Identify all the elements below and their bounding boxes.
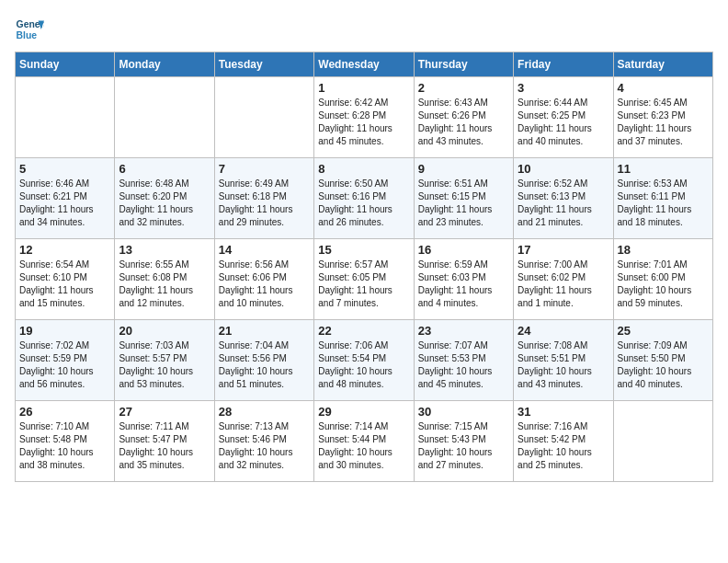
day-info: Sunrise: 6:48 AM Sunset: 6:20 PM Dayligh…: [119, 178, 210, 229]
day-cell: 1Sunrise: 6:42 AM Sunset: 6:28 PM Daylig…: [314, 77, 414, 158]
day-number: 20: [119, 324, 210, 338]
col-header-sunday: Sunday: [16, 52, 115, 77]
day-cell: 22Sunrise: 7:06 AM Sunset: 5:54 PM Dayli…: [314, 320, 414, 401]
day-cell: 30Sunrise: 7:15 AM Sunset: 5:43 PM Dayli…: [414, 401, 513, 482]
day-cell: 29Sunrise: 7:14 AM Sunset: 5:44 PM Dayli…: [314, 401, 414, 482]
day-cell: 19Sunrise: 7:02 AM Sunset: 5:59 PM Dayli…: [16, 320, 115, 401]
col-header-tuesday: Tuesday: [214, 52, 313, 77]
day-cell: 6Sunrise: 6:48 AM Sunset: 6:20 PM Daylig…: [115, 158, 214, 239]
day-cell: 17Sunrise: 7:00 AM Sunset: 6:02 PM Dayli…: [514, 239, 613, 320]
day-info: Sunrise: 6:43 AM Sunset: 6:26 PM Dayligh…: [418, 97, 509, 148]
day-number: 13: [119, 243, 210, 257]
day-cell: 2Sunrise: 6:43 AM Sunset: 6:26 PM Daylig…: [414, 77, 513, 158]
day-cell: 13Sunrise: 6:55 AM Sunset: 6:08 PM Dayli…: [115, 239, 214, 320]
day-cell: 16Sunrise: 6:59 AM Sunset: 6:03 PM Dayli…: [414, 239, 513, 320]
day-info: Sunrise: 6:59 AM Sunset: 6:03 PM Dayligh…: [418, 259, 509, 310]
day-info: Sunrise: 6:54 AM Sunset: 6:10 PM Dayligh…: [19, 259, 110, 310]
day-number: 28: [219, 405, 310, 419]
week-row-5: 26Sunrise: 7:10 AM Sunset: 5:48 PM Dayli…: [16, 401, 713, 482]
day-cell: 14Sunrise: 6:56 AM Sunset: 6:06 PM Dayli…: [214, 239, 313, 320]
day-info: Sunrise: 7:10 AM Sunset: 5:48 PM Dayligh…: [19, 420, 110, 472]
day-number: 30: [418, 405, 509, 419]
day-number: 9: [418, 162, 509, 176]
day-info: Sunrise: 6:45 AM Sunset: 6:23 PM Dayligh…: [618, 97, 709, 148]
day-number: 12: [19, 243, 110, 257]
day-cell: 18Sunrise: 7:01 AM Sunset: 6:00 PM Dayli…: [613, 239, 712, 320]
day-cell: 27Sunrise: 7:11 AM Sunset: 5:47 PM Dayli…: [115, 401, 214, 482]
day-number: 21: [219, 324, 310, 338]
day-number: 19: [19, 324, 110, 338]
day-number: 15: [318, 243, 409, 257]
day-cell: [16, 77, 115, 158]
day-info: Sunrise: 7:08 AM Sunset: 5:51 PM Dayligh…: [518, 339, 609, 391]
col-header-friday: Friday: [514, 52, 613, 77]
day-number: 26: [19, 405, 110, 419]
day-info: Sunrise: 6:42 AM Sunset: 6:28 PM Dayligh…: [318, 97, 409, 148]
day-number: 4: [618, 81, 709, 95]
day-number: 8: [318, 162, 409, 176]
day-info: Sunrise: 6:56 AM Sunset: 6:06 PM Dayligh…: [219, 259, 310, 310]
day-info: Sunrise: 7:15 AM Sunset: 5:43 PM Dayligh…: [418, 420, 509, 472]
day-cell: 26Sunrise: 7:10 AM Sunset: 5:48 PM Dayli…: [16, 401, 115, 482]
day-info: Sunrise: 7:06 AM Sunset: 5:54 PM Dayligh…: [318, 339, 409, 391]
day-number: 23: [418, 324, 509, 338]
day-cell: 8Sunrise: 6:50 AM Sunset: 6:16 PM Daylig…: [314, 158, 414, 239]
day-info: Sunrise: 6:50 AM Sunset: 6:16 PM Dayligh…: [318, 178, 409, 229]
col-header-saturday: Saturday: [613, 52, 712, 77]
day-info: Sunrise: 7:11 AM Sunset: 5:47 PM Dayligh…: [119, 420, 210, 472]
week-row-1: 1Sunrise: 6:42 AM Sunset: 6:28 PM Daylig…: [16, 77, 713, 158]
week-row-2: 5Sunrise: 6:46 AM Sunset: 6:21 PM Daylig…: [16, 158, 713, 239]
day-cell: 5Sunrise: 6:46 AM Sunset: 6:21 PM Daylig…: [16, 158, 115, 239]
day-info: Sunrise: 6:52 AM Sunset: 6:13 PM Dayligh…: [518, 178, 609, 229]
day-cell: 11Sunrise: 6:53 AM Sunset: 6:11 PM Dayli…: [613, 158, 712, 239]
day-cell: 9Sunrise: 6:51 AM Sunset: 6:15 PM Daylig…: [414, 158, 513, 239]
logo-icon: General Blue: [15, 15, 44, 44]
col-header-monday: Monday: [115, 52, 214, 77]
logo: General Blue: [15, 15, 44, 44]
day-number: 27: [119, 405, 210, 419]
day-cell: [115, 77, 214, 158]
week-row-3: 12Sunrise: 6:54 AM Sunset: 6:10 PM Dayli…: [16, 239, 713, 320]
day-info: Sunrise: 6:55 AM Sunset: 6:08 PM Dayligh…: [119, 259, 210, 310]
day-info: Sunrise: 7:16 AM Sunset: 5:42 PM Dayligh…: [518, 420, 609, 472]
day-info: Sunrise: 7:00 AM Sunset: 6:02 PM Dayligh…: [518, 259, 609, 310]
day-number: 1: [318, 81, 409, 95]
calendar-table: SundayMondayTuesdayWednesdayThursdayFrid…: [15, 52, 713, 482]
day-number: 25: [618, 324, 709, 338]
day-cell: 24Sunrise: 7:08 AM Sunset: 5:51 PM Dayli…: [514, 320, 613, 401]
day-cell: 25Sunrise: 7:09 AM Sunset: 5:50 PM Dayli…: [613, 320, 712, 401]
day-info: Sunrise: 7:03 AM Sunset: 5:57 PM Dayligh…: [119, 339, 210, 391]
day-cell: 3Sunrise: 6:44 AM Sunset: 6:25 PM Daylig…: [514, 77, 613, 158]
day-info: Sunrise: 6:44 AM Sunset: 6:25 PM Dayligh…: [518, 97, 609, 148]
day-info: Sunrise: 7:09 AM Sunset: 5:50 PM Dayligh…: [618, 339, 709, 391]
col-header-wednesday: Wednesday: [314, 52, 414, 77]
day-number: 7: [219, 162, 310, 176]
day-number: 10: [518, 162, 609, 176]
day-number: 14: [219, 243, 310, 257]
day-cell: 15Sunrise: 6:57 AM Sunset: 6:05 PM Dayli…: [314, 239, 414, 320]
day-number: 17: [518, 243, 609, 257]
day-cell: 20Sunrise: 7:03 AM Sunset: 5:57 PM Dayli…: [115, 320, 214, 401]
week-row-4: 19Sunrise: 7:02 AM Sunset: 5:59 PM Dayli…: [16, 320, 713, 401]
day-info: Sunrise: 6:53 AM Sunset: 6:11 PM Dayligh…: [618, 178, 709, 229]
day-cell: [214, 77, 313, 158]
day-info: Sunrise: 7:01 AM Sunset: 6:00 PM Dayligh…: [618, 259, 709, 310]
day-info: Sunrise: 7:14 AM Sunset: 5:44 PM Dayligh…: [318, 420, 409, 472]
day-info: Sunrise: 6:57 AM Sunset: 6:05 PM Dayligh…: [318, 259, 409, 310]
day-number: 2: [418, 81, 509, 95]
day-number: 24: [518, 324, 609, 338]
page-header: General Blue: [15, 15, 713, 44]
day-info: Sunrise: 7:02 AM Sunset: 5:59 PM Dayligh…: [19, 339, 110, 391]
day-number: 31: [518, 405, 609, 419]
day-number: 6: [119, 162, 210, 176]
day-number: 22: [318, 324, 409, 338]
day-number: 16: [418, 243, 509, 257]
day-cell: 7Sunrise: 6:49 AM Sunset: 6:18 PM Daylig…: [214, 158, 313, 239]
day-cell: 10Sunrise: 6:52 AM Sunset: 6:13 PM Dayli…: [514, 158, 613, 239]
day-cell: 21Sunrise: 7:04 AM Sunset: 5:56 PM Dayli…: [214, 320, 313, 401]
day-number: 29: [318, 405, 409, 419]
day-info: Sunrise: 6:49 AM Sunset: 6:18 PM Dayligh…: [219, 178, 310, 229]
day-cell: 31Sunrise: 7:16 AM Sunset: 5:42 PM Dayli…: [514, 401, 613, 482]
day-info: Sunrise: 7:04 AM Sunset: 5:56 PM Dayligh…: [219, 339, 310, 391]
day-info: Sunrise: 6:46 AM Sunset: 6:21 PM Dayligh…: [19, 178, 110, 229]
